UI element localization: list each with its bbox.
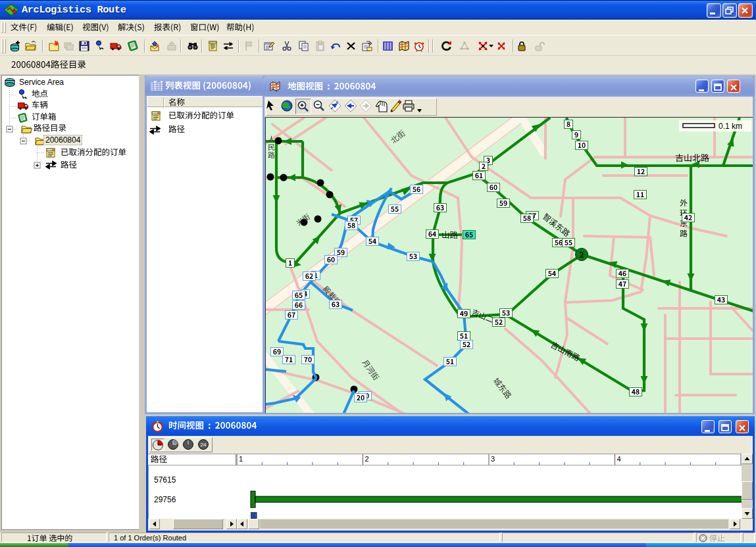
svg-text:4: 4 (617, 455, 621, 463)
svg-text:3: 3 (491, 455, 495, 463)
svg-text:24: 24 (201, 442, 207, 448)
svg-text:0.1 km: 0.1 km (718, 122, 742, 131)
svg-text:2: 2 (365, 455, 369, 463)
svg-text:1: 1 (239, 455, 243, 463)
